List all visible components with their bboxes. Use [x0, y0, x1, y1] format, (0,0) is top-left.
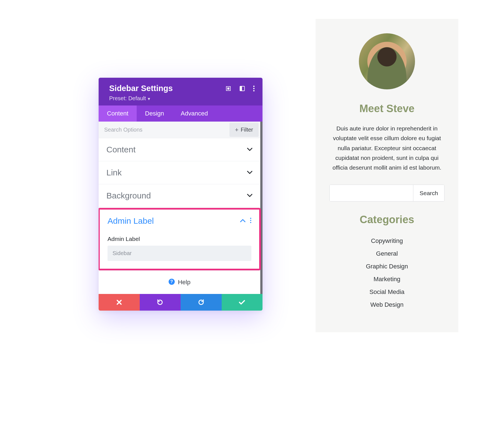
chevron-down-icon — [247, 147, 252, 152]
sidebar-preview: Meet Steve Duis aute irure dolor in repr… — [316, 19, 458, 332]
list-item: Copywriting — [329, 235, 444, 247]
panel-title: Sidebar Settings — [109, 84, 173, 93]
categories-list: Copywriting General Graphic Design Marke… — [329, 235, 444, 311]
tab-design[interactable]: Design — [137, 105, 172, 122]
list-item: General — [329, 247, 444, 260]
svg-rect-3 — [240, 86, 242, 91]
search-options-row: + Filter — [99, 122, 260, 138]
panel-header: Sidebar Settings Preset: Default▼ — [99, 78, 262, 105]
panel-footer — [99, 294, 262, 311]
preset-label: Preset: Default — [109, 95, 146, 101]
panel-body: + Filter Content Link Background — [99, 122, 262, 294]
search-options-input[interactable] — [99, 122, 228, 138]
undo-icon — [157, 299, 163, 306]
sidebar-settings-panel: Sidebar Settings Preset: Default▼ — [99, 78, 262, 311]
svg-point-6 — [253, 90, 255, 91]
check-icon — [239, 299, 245, 305]
filter-label: Filter — [241, 127, 253, 133]
section-admin-label-label: Admin Label — [108, 216, 154, 226]
bio-text: Duis aute irure dolor in reprehenderit i… — [329, 124, 444, 172]
svg-point-8 — [250, 220, 251, 221]
undo-button[interactable] — [140, 294, 181, 311]
help-label: Help — [178, 279, 190, 286]
search-widget: Search — [329, 185, 444, 202]
category-link[interactable]: Web Design — [370, 301, 403, 308]
caret-down-icon: ▼ — [147, 97, 151, 101]
admin-label-body: Admin Label — [100, 236, 259, 269]
list-item: Graphic Design — [329, 260, 444, 273]
sidebar-search-button[interactable]: Search — [413, 185, 444, 201]
section-background-label: Background — [106, 191, 151, 200]
category-link[interactable]: Social Media — [369, 288, 404, 295]
admin-label-highlight: Admin Label Admin Label — [99, 208, 261, 270]
chevron-down-icon — [247, 170, 252, 175]
help-icon: ? — [168, 278, 175, 286]
chevron-up-icon — [240, 218, 246, 223]
categories-heading: Categories — [329, 214, 444, 226]
admin-label-input[interactable] — [108, 246, 251, 261]
list-item: Marketing — [329, 273, 444, 286]
svg-rect-1 — [228, 88, 229, 89]
tab-content[interactable]: Content — [99, 105, 137, 122]
close-icon — [116, 299, 122, 305]
preset-dropdown[interactable]: Preset: Default▼ — [109, 95, 255, 102]
svg-point-4 — [253, 85, 255, 87]
list-item: Social Media — [329, 286, 444, 298]
svg-point-5 — [253, 88, 255, 89]
redo-icon — [198, 299, 204, 306]
tab-advanced[interactable]: Advanced — [172, 105, 216, 122]
section-link-label: Link — [106, 168, 122, 177]
category-link[interactable]: Graphic Design — [366, 263, 408, 270]
section-admin-label[interactable]: Admin Label — [100, 210, 259, 232]
meet-heading: Meet Steve — [329, 103, 444, 115]
help-row[interactable]: ? Help — [99, 270, 260, 294]
svg-point-7 — [250, 218, 251, 219]
avatar — [359, 33, 415, 89]
redo-button[interactable] — [181, 294, 222, 311]
more-vertical-icon[interactable] — [253, 85, 255, 92]
category-link[interactable]: General — [376, 250, 398, 257]
section-content[interactable]: Content — [99, 138, 260, 161]
snap-panel-icon[interactable] — [239, 85, 245, 92]
save-button[interactable] — [222, 294, 263, 311]
panel-tabs: Content Design Advanced — [99, 105, 262, 122]
svg-point-9 — [250, 222, 251, 223]
section-content-label: Content — [106, 145, 136, 154]
sidebar-search-input[interactable] — [330, 185, 413, 201]
list-item: Web Design — [329, 298, 444, 311]
section-background[interactable]: Background — [99, 184, 260, 207]
category-link[interactable]: Marketing — [374, 276, 401, 283]
expand-icon[interactable] — [225, 85, 231, 92]
admin-label-field-label: Admin Label — [108, 236, 251, 242]
filter-button[interactable]: + Filter — [229, 123, 259, 137]
section-link[interactable]: Link — [99, 161, 260, 184]
cancel-button[interactable] — [99, 294, 140, 311]
more-vertical-icon[interactable] — [250, 218, 251, 224]
svg-text:?: ? — [170, 279, 173, 284]
category-link[interactable]: Copywriting — [371, 237, 403, 244]
plus-icon: + — [235, 127, 239, 133]
chevron-down-icon — [247, 193, 252, 198]
